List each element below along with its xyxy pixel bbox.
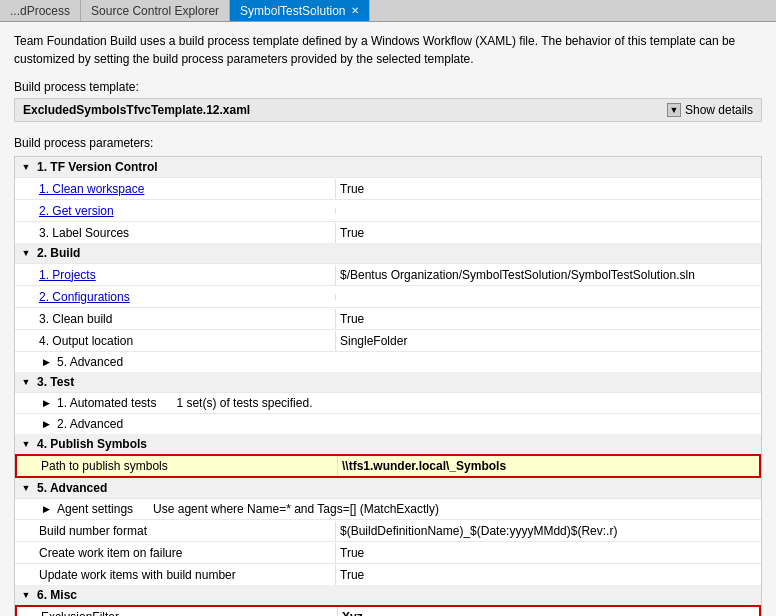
- param-value-configurations: [335, 294, 761, 300]
- param-name-advanced-test: 2. Advanced: [57, 417, 123, 431]
- param-value-path-publish-symbols: \\tfs1.wunder.local\_Symbols: [337, 456, 759, 476]
- param-label-sources: 3. Label Sources True: [15, 221, 761, 243]
- advanced-toggle-automated: ▶: [39, 396, 53, 410]
- template-name: ExcludedSymbolsTfvcTemplate.12.xaml: [23, 103, 250, 117]
- section-toggle-4: ▼: [19, 437, 33, 451]
- tab-close-icon[interactable]: ✕: [351, 5, 359, 16]
- param-projects: 1. Projects $/Bentus Organization/Symbol…: [15, 263, 761, 285]
- param-get-version: 2. Get version: [15, 199, 761, 221]
- advanced-toggle-agent: ▶: [39, 502, 53, 516]
- param-value-agent-settings: Use agent where Name=* and Tags=[] (Matc…: [133, 502, 757, 516]
- param-name-path-publish-symbols: Path to publish symbols: [17, 456, 337, 476]
- param-name-output-location: 4. Output location: [15, 331, 335, 351]
- param-value-build-number-format: $(BuildDefinitionName)_$(Date:yyyyMMdd)$…: [335, 521, 761, 541]
- template-row: ExcludedSymbolsTfvcTemplate.12.xaml ▼ Sh…: [14, 98, 762, 122]
- param-name-label-sources: 3. Label Sources: [15, 223, 335, 243]
- tab-symbol-test-label: SymbolTestSolution: [240, 4, 345, 18]
- param-name-clean-build: 3. Clean build: [15, 309, 335, 329]
- section-title-6: 6. Misc: [37, 588, 77, 602]
- param-name-agent-settings: Agent settings: [57, 502, 133, 516]
- param-clean-build: 3. Clean build True: [15, 307, 761, 329]
- param-name-create-work-item: Create work item on failure: [15, 543, 335, 563]
- param-advanced-build[interactable]: ▶ 5. Advanced: [15, 351, 761, 372]
- show-details-button[interactable]: ▼ Show details: [667, 103, 753, 117]
- template-label: Build process template:: [14, 80, 762, 94]
- section-toggle-6: ▼: [19, 588, 33, 602]
- param-value-label-sources: True: [335, 223, 761, 243]
- section-title-1: 1. TF Version Control: [37, 160, 158, 174]
- show-details-label: Show details: [685, 103, 753, 117]
- param-name-automated-tests: 1. Automated tests: [57, 396, 156, 410]
- param-value-clean-workspace: True: [335, 179, 761, 199]
- tab-bar: ...dProcess Source Control Explorer Symb…: [0, 0, 776, 22]
- param-advanced-test[interactable]: ▶ 2. Advanced: [15, 413, 761, 434]
- param-update-work-items: Update work items with build number True: [15, 563, 761, 585]
- param-name-exclusion-filter: ExclusionFilter: [17, 607, 337, 616]
- section-title-5: 5. Advanced: [37, 481, 107, 495]
- main-content: Team Foundation Build uses a build proce…: [0, 22, 776, 616]
- section-test[interactable]: ▼ 3. Test: [15, 372, 761, 392]
- param-exclusion-filter: ExclusionFilter Xyz: [15, 605, 761, 616]
- description-text: Team Foundation Build uses a build proce…: [14, 32, 762, 68]
- section-toggle-3: ▼: [19, 375, 33, 389]
- section-title-4: 4. Publish Symbols: [37, 437, 147, 451]
- section-tf-version-control[interactable]: ▼ 1. TF Version Control: [15, 157, 761, 177]
- show-details-arrow-icon: ▼: [667, 103, 681, 117]
- param-configurations: 2. Configurations: [15, 285, 761, 307]
- tab-symbol-test[interactable]: SymbolTestSolution ✕: [230, 0, 370, 21]
- tab-source-control-label: Source Control Explorer: [91, 4, 219, 18]
- param-name-projects[interactable]: 1. Projects: [15, 265, 335, 285]
- advanced-toggle-build: ▶: [39, 355, 53, 369]
- param-value-create-work-item: True: [335, 543, 761, 563]
- param-agent-settings[interactable]: ▶ Agent settings Use agent where Name=* …: [15, 498, 761, 519]
- params-table: ▼ 1. TF Version Control 1. Clean workspa…: [14, 156, 762, 616]
- param-name-configurations[interactable]: 2. Configurations: [15, 287, 335, 307]
- advanced-toggle-test: ▶: [39, 417, 53, 431]
- param-name-get-version[interactable]: 2. Get version: [15, 201, 335, 221]
- param-build-number-format: Build number format $(BuildDefinitionNam…: [15, 519, 761, 541]
- param-name-build-number-format: Build number format: [15, 521, 335, 541]
- section-toggle-1: ▼: [19, 160, 33, 174]
- section-toggle-2: ▼: [19, 246, 33, 260]
- param-value-clean-build: True: [335, 309, 761, 329]
- param-output-location: 4. Output location SingleFolder: [15, 329, 761, 351]
- param-value-output-location: SingleFolder: [335, 331, 761, 351]
- section-publish-symbols[interactable]: ▼ 4. Publish Symbols: [15, 434, 761, 454]
- param-value-projects: $/Bentus Organization/SymbolTestSolution…: [335, 265, 761, 285]
- section-title-3: 3. Test: [37, 375, 74, 389]
- param-create-work-item: Create work item on failure True: [15, 541, 761, 563]
- param-value-exclusion-filter: Xyz: [337, 607, 759, 616]
- param-name-update-work-items: Update work items with build number: [15, 565, 335, 585]
- param-value-get-version: [335, 208, 761, 214]
- param-name-clean-workspace[interactable]: 1. Clean workspace: [15, 179, 335, 199]
- tab-source-control[interactable]: Source Control Explorer: [81, 0, 230, 21]
- param-automated-tests[interactable]: ▶ 1. Automated tests 1 set(s) of tests s…: [15, 392, 761, 413]
- tab-process[interactable]: ...dProcess: [0, 0, 81, 21]
- param-value-update-work-items: True: [335, 565, 761, 585]
- params-label: Build process parameters:: [14, 136, 762, 150]
- section-title-2: 2. Build: [37, 246, 80, 260]
- section-misc[interactable]: ▼ 6. Misc: [15, 585, 761, 605]
- section-toggle-5: ▼: [19, 481, 33, 495]
- param-name-advanced-build: 5. Advanced: [57, 355, 123, 369]
- section-build[interactable]: ▼ 2. Build: [15, 243, 761, 263]
- param-clean-workspace: 1. Clean workspace True: [15, 177, 761, 199]
- param-value-automated-tests: 1 set(s) of tests specified.: [156, 396, 757, 410]
- section-advanced-main[interactable]: ▼ 5. Advanced: [15, 478, 761, 498]
- tab-process-label: ...dProcess: [10, 4, 70, 18]
- param-path-publish-symbols: Path to publish symbols \\tfs1.wunder.lo…: [15, 454, 761, 478]
